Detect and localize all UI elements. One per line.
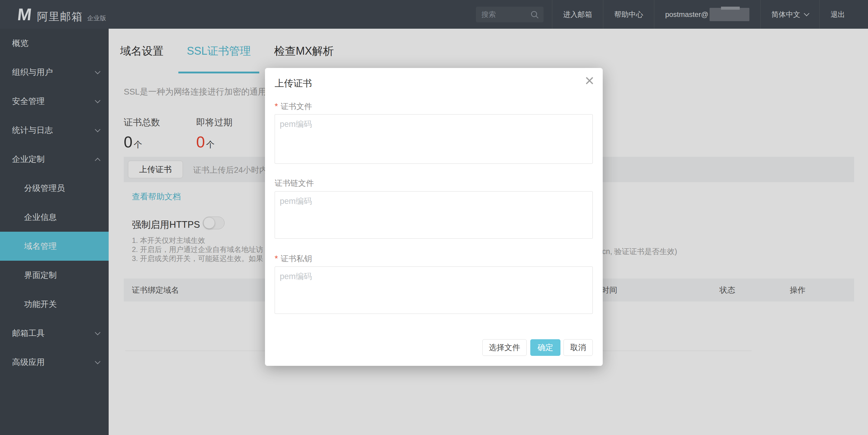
required-asterisk: * <box>275 254 278 263</box>
cert-private-key-label: *证书私钥 <box>275 254 312 264</box>
choose-file-button[interactable]: 选择文件 <box>482 339 527 356</box>
confirm-button[interactable]: 确定 <box>530 339 560 356</box>
cert-file-textarea[interactable] <box>275 114 593 164</box>
cert-chain-textarea[interactable] <box>275 191 593 239</box>
cancel-button[interactable]: 取消 <box>563 339 593 356</box>
cert-file-label: *证书文件 <box>275 101 312 112</box>
close-icon[interactable]: × <box>585 72 594 88</box>
required-asterisk: * <box>275 102 278 111</box>
cert-chain-label: 证书链文件 <box>275 178 314 188</box>
cert-private-key-textarea[interactable] <box>275 266 593 314</box>
page: M 阿里邮箱 企业版 进入邮箱 帮助中心 postmaster@ 简体中文 <box>0 0 868 435</box>
modal-title: 上传证书 <box>275 77 312 90</box>
modal-footer: 选择文件 确定 取消 <box>482 339 593 356</box>
upload-cert-modal: 上传证书 × *证书文件 证书链文件 *证书私钥 选择文件 确定 取消 <box>265 68 603 366</box>
